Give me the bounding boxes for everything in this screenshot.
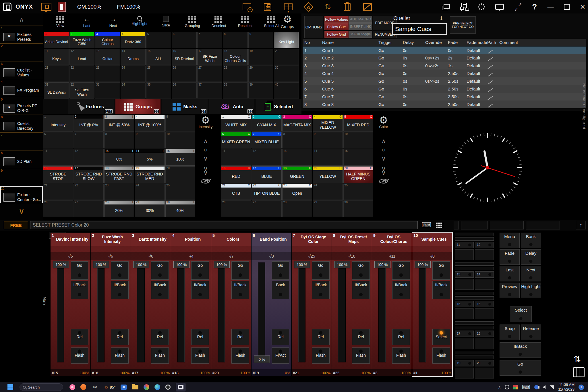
tab-selected[interactable]: +Selected	[256, 99, 301, 114]
add-window-icon[interactable]	[243, 3, 251, 10]
group-cell-empty[interactable]: 23	[95, 65, 120, 82]
command-slot[interactable]	[526, 221, 560, 229]
rel-button[interactable]: Rel	[231, 329, 249, 345]
busy-icon[interactable]	[478, 3, 485, 10]
strip-header[interactable]: 5Colors	[211, 233, 251, 246]
intensity-cell-empty[interactable]: 25	[165, 184, 195, 200]
no-edit-icon[interactable]	[363, 3, 372, 11]
color-cell-empty[interactable]: 25	[343, 184, 373, 200]
color-cell-empty[interactable]: 15	[343, 149, 373, 166]
intensity-cell-empty[interactable]: 12	[74, 149, 103, 166]
color-cell-half-minus-green[interactable]: 20CHALF MINUS GREEN	[343, 166, 373, 183]
flower-app-icon[interactable]	[69, 384, 75, 390]
select-button[interactable]: Select	[432, 329, 450, 345]
group-cell-empty[interactable]: 40	[274, 82, 299, 99]
clock-date[interactable]: 11:39 AM 11/7/2023	[558, 383, 575, 391]
fade-button[interactable]: Fade	[500, 249, 520, 265]
encoder-bar[interactable]	[455, 262, 494, 266]
encoder-button-13[interactable]: 13	[455, 271, 474, 278]
cuelist-name-input[interactable]: Sample Cues	[392, 23, 447, 35]
command-slot[interactable]	[454, 221, 459, 229]
follow-button-1[interactable]: Follow Values	[324, 16, 349, 23]
group-cell-empty[interactable]: 26	[172, 65, 197, 82]
encoder-button-12[interactable]: 12	[475, 242, 494, 248]
col-no[interactable]: No	[303, 39, 320, 46]
color-cell-empty[interactable]: 29	[313, 200, 343, 217]
scroll-dot-icon[interactable]: ○	[204, 146, 207, 154]
go-button[interactable]: Go	[151, 261, 169, 280]
go-button[interactable]: Go	[500, 360, 541, 376]
group-cell-empty[interactable]: 9	[248, 32, 273, 48]
cue-row-1[interactable]: 1Cue 1Go0s0sDefault	[303, 46, 586, 54]
record-app-icon[interactable]	[165, 385, 171, 390]
gear-icon[interactable]: ⚙	[201, 115, 210, 125]
fader-track[interactable]	[258, 262, 265, 362]
intensity-cell-empty[interactable]: 11	[43, 149, 73, 166]
cue-row-5[interactable]: 5Cue 5Go0s0s>>2s2.50sDefault	[303, 77, 586, 85]
sidebar-item-fixtures-presets[interactable]: 1*Fixtures Presets	[0, 26, 43, 43]
intensity-cell-empty[interactable]: 22	[74, 184, 103, 200]
encoder-bar[interactable]	[455, 267, 494, 270]
color-cell-empty[interactable]: 10	[343, 132, 373, 149]
fader-thumb[interactable]: 100 %	[415, 261, 431, 268]
options-button[interactable]: OPTIONS	[304, 16, 323, 38]
scroll-dot-icon[interactable]: ○	[382, 146, 385, 154]
scroll-down-icon[interactable]: ∨	[381, 154, 386, 163]
encoder-pad[interactable]	[455, 368, 474, 379]
search-input[interactable]: Search	[20, 383, 63, 391]
intensity-cell-empty[interactable]: 27	[74, 200, 103, 217]
intensity-cell-30-[interactable]: 29I30%	[135, 200, 165, 217]
snip-app-icon[interactable]: ✂	[91, 383, 99, 391]
group-cell-guitar[interactable]: 13Guitar	[95, 49, 120, 65]
rel-button[interactable]: Rel	[191, 329, 209, 345]
flash-button[interactable]: Flash	[432, 347, 450, 364]
group-cell-empty[interactable]: 8	[223, 32, 248, 48]
fader-track[interactable]	[298, 262, 305, 362]
tool-view[interactable]: View	[51, 13, 69, 28]
intensity-cell-strobe-rnd-fast[interactable]: 18ISTROBE RND FAST	[104, 166, 134, 183]
ii-back-button[interactable]: II/Back	[111, 281, 129, 299]
ii-back-button[interactable]: II/Back	[392, 281, 410, 299]
encoder-pad[interactable]	[455, 308, 474, 319]
intensity-cell-10-[interactable]: 15I10%	[165, 149, 195, 166]
group-cell-empty[interactable]: 37	[197, 82, 222, 99]
color-cell-empty[interactable]: 28	[282, 200, 312, 217]
group-cell-empty[interactable]: 7	[197, 32, 222, 48]
col-override[interactable]: Override	[423, 39, 446, 46]
tool-reselect[interactable]: Reselect	[236, 13, 254, 28]
flash-button[interactable]: Flash	[352, 347, 370, 364]
sidebar-item-2d-plan[interactable]: 82D Plan	[0, 150, 43, 168]
snap-button[interactable]: Snap	[500, 325, 520, 340]
eye-off-icon[interactable]	[379, 179, 388, 184]
fader-thumb[interactable]: 100 %	[374, 261, 390, 268]
weather-widget[interactable]: ☼ 85°	[104, 383, 115, 391]
page-down-icon[interactable]: ∨∨	[203, 167, 208, 175]
intensity-cell-empty[interactable]: 10	[165, 132, 195, 149]
macro-button-2[interactable]: INSERT LINK	[349, 23, 372, 30]
tray-chevron-icon[interactable]: ∧	[498, 385, 501, 389]
notification-badge[interactable]: 1	[579, 385, 584, 390]
group-cell-empty[interactable]: 39	[248, 82, 273, 99]
encoder-bar[interactable]	[455, 292, 494, 295]
group-cell-empty[interactable]: 30	[274, 65, 299, 82]
group-cell-empty[interactable]: 19	[248, 49, 273, 65]
col-fademode[interactable]: Fademode	[465, 39, 486, 46]
color-cell-open[interactable]: 23COpen	[282, 184, 312, 200]
encoder-pad[interactable]	[475, 279, 494, 290]
macro-button-1[interactable]: ADD MACRO	[349, 16, 372, 23]
group-cell-empty[interactable]: 33	[95, 82, 120, 99]
group-cell-empty[interactable]: 34	[121, 82, 146, 99]
sidebar-scroll-down-icon[interactable]: ∨	[0, 204, 43, 218]
strip-header[interactable]: 10Sample Cues	[412, 233, 452, 246]
fl-act-button[interactable]: Fl/Act	[272, 347, 289, 364]
color-cell-blue[interactable]: 17CBLUE	[252, 166, 281, 183]
rel-button[interactable]: Rel	[312, 329, 330, 345]
tool-last[interactable]: ←Last	[78, 13, 96, 28]
explorer-app-icon[interactable]	[132, 385, 138, 389]
bank-button[interactable]: Bank	[521, 233, 541, 248]
go-button[interactable]: Go	[272, 261, 289, 280]
intensity-cell-intensity[interactable]: 1-Intensity	[43, 115, 73, 132]
color-cell-ctb[interactable]: 21CCTB	[221, 184, 251, 200]
group-cell-empty[interactable]: 25	[146, 65, 171, 82]
edge-app-icon[interactable]	[154, 384, 160, 390]
